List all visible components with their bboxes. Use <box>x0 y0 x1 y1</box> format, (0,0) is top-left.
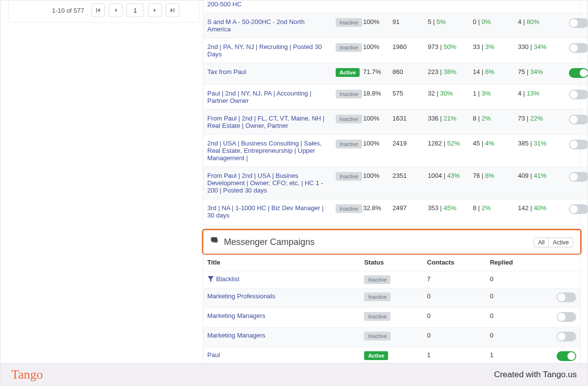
messenger-title-link[interactable]: Blacklist <box>216 275 240 283</box>
messenger-toggle[interactable] <box>557 332 576 341</box>
stat2-cell: 45 | 4% <box>469 135 514 167</box>
footer: Tango Created with Tango.us <box>0 363 588 386</box>
campaigns-table: 200-500 HC S and M A - 50-200HC - 2nd No… <box>203 0 588 224</box>
table-row: BlacklistInactive70 <box>203 271 580 289</box>
percent-cell: 18.8% <box>359 85 389 110</box>
table-row: 2nd | USA | Business Consulting | Sales,… <box>203 135 588 167</box>
contacts-cell: 575 <box>389 85 424 110</box>
page-next-button[interactable] <box>148 3 162 17</box>
status-badge: Inactive <box>336 18 362 27</box>
page-number-input[interactable] <box>126 3 144 17</box>
chat-icon <box>210 236 220 248</box>
campaign-toggle[interactable] <box>569 68 588 78</box>
campaign-toggle[interactable] <box>569 115 588 124</box>
messenger-filter-segment: All Active <box>534 238 573 247</box>
filter-all-button[interactable]: All <box>534 238 548 247</box>
table-row: From Paul | 2nd | USA | Busines Developm… <box>203 167 588 199</box>
status-badge: Inactive <box>336 115 362 123</box>
messenger-title-link[interactable]: Paul <box>207 351 220 359</box>
campaign-toggle[interactable] <box>569 18 588 28</box>
stat1-cell: 5 | 5% <box>424 13 469 38</box>
messenger-campaigns-card: Messenger Campaigns All Active Title Sta… <box>203 230 581 367</box>
page-first-button[interactable] <box>91 3 105 17</box>
contacts-cell: 1631 <box>389 110 424 135</box>
table-row: 3rd | NA | 1-1000 HC | Biz Dev Manager |… <box>203 199 588 224</box>
campaign-title-link[interactable]: 3rd | NA | 1-1000 HC | Biz Dev Manager |… <box>207 204 324 219</box>
status-badge: Inactive <box>364 332 391 340</box>
messenger-contacts: 0 <box>423 308 486 328</box>
messenger-toggle[interactable] <box>557 312 576 322</box>
table-row: Tax from PaulActive71.7%860223 | 38%14 |… <box>203 63 588 85</box>
status-badge: Inactive <box>336 172 362 181</box>
messenger-contacts: 7 <box>423 271 486 289</box>
campaign-title-link[interactable]: From Paul | 2nd | FL, CT, VT, Maine, NH … <box>207 115 324 129</box>
campaign-toggle[interactable] <box>569 172 588 182</box>
messenger-replied: 0 <box>486 289 549 308</box>
messenger-toggle[interactable] <box>557 351 576 361</box>
campaign-title-link[interactable]: 2nd | USA | Business Consulting | Sales,… <box>207 140 321 162</box>
pagination-range: 1-10 of 577 <box>52 7 84 14</box>
campaign-title-link[interactable]: Paul | 2nd | NY, NJ, PA | Accounting | P… <box>207 90 311 104</box>
percent-cell: 32.8% <box>359 199 389 224</box>
page-last-button[interactable] <box>166 3 179 17</box>
stat1-cell: 1262 | 52% <box>424 135 469 167</box>
stat1-cell: 1004 | 43% <box>424 167 469 199</box>
messenger-header: Messenger Campaigns All Active <box>202 229 582 255</box>
status-badge: Inactive <box>364 312 391 321</box>
tango-logo: Tango <box>11 367 43 382</box>
stat1-cell: 973 | 50% <box>424 38 469 63</box>
stat1-cell: 32 | 30% <box>424 85 469 110</box>
campaign-title-link[interactable]: Tax from Paul <box>207 68 246 75</box>
status-badge: Active <box>336 68 360 77</box>
table-row: From Paul | 2nd | FL, CT, VT, Maine, NH … <box>203 110 588 135</box>
messenger-title-link[interactable]: Marketing Professionals <box>207 292 275 300</box>
contacts-cell: 2497 <box>389 199 424 224</box>
contacts-cell: 91 <box>389 13 424 38</box>
percent-cell: 100% <box>359 110 389 135</box>
footer-credit: Created with Tango.us <box>494 370 577 380</box>
messenger-replied: 0 <box>486 328 549 347</box>
messenger-title-link[interactable]: Marketing Managers <box>207 312 266 319</box>
stat3-cell: 385 | 31% <box>514 135 563 167</box>
pagination-bar: 1-10 of 577 <box>8 0 199 23</box>
stat3-cell: 142 | 40% <box>514 199 563 224</box>
page-prev-button[interactable] <box>109 3 122 17</box>
campaign-toggle[interactable] <box>569 43 588 53</box>
stat3-cell: 4 | 13% <box>514 85 563 110</box>
table-row: Marketing ManagersInactive00 <box>203 328 580 347</box>
col-status: Status <box>360 254 423 271</box>
campaign-toggle[interactable] <box>569 140 588 149</box>
stat2-cell: 0 | 0% <box>469 13 514 38</box>
campaign-title-link[interactable]: 2nd | PA, NY, NJ | Recruiting | Posted 3… <box>207 43 322 58</box>
contacts-cell: 2351 <box>389 167 424 199</box>
stat3-cell: 4 | 80% <box>514 13 563 38</box>
stat3-cell: 409 | 41% <box>514 167 563 199</box>
stat1-cell: 336 | 21% <box>424 110 469 135</box>
status-badge: Inactive <box>336 204 362 213</box>
status-badge: Inactive <box>364 275 391 284</box>
status-badge: Inactive <box>336 140 362 148</box>
campaign-toggle[interactable] <box>569 90 588 99</box>
messenger-title-link[interactable]: Marketing Managers <box>207 332 266 339</box>
campaign-title-link[interactable]: 200-500 HC <box>207 0 242 8</box>
stat2-cell: 33 | 3% <box>469 38 514 63</box>
campaign-title-link[interactable]: S and M A - 50-200HC - 2nd North America <box>207 18 305 33</box>
filter-active-button[interactable]: Active <box>548 238 573 247</box>
table-row: Paul | 2nd | NY, NJ, PA | Accounting | P… <box>203 85 588 110</box>
stat1-cell: 353 | 45% <box>424 199 469 224</box>
campaigns-card: 200-500 HC S and M A - 50-200HC - 2nd No… <box>203 0 581 225</box>
status-badge: Active <box>364 351 388 360</box>
col-contacts: Contacts <box>423 254 486 271</box>
messenger-toggle[interactable] <box>557 292 576 302</box>
table-row: Marketing ManagersInactive00 <box>203 308 580 328</box>
messenger-table: Title Status Contacts Replied BlacklistI… <box>203 253 580 366</box>
messenger-contacts: 0 <box>423 328 486 347</box>
messenger-heading: Messenger Campaigns <box>224 237 315 247</box>
campaign-toggle[interactable] <box>569 204 588 214</box>
messenger-replied: 0 <box>486 308 549 328</box>
campaign-title-link[interactable]: From Paul | 2nd | USA | Busines Developm… <box>207 172 323 194</box>
status-badge: Inactive <box>336 90 362 98</box>
contacts-cell: 1960 <box>389 38 424 63</box>
stat2-cell: 8 | 2% <box>469 110 514 135</box>
stat3-cell: 330 | 34% <box>514 38 563 63</box>
